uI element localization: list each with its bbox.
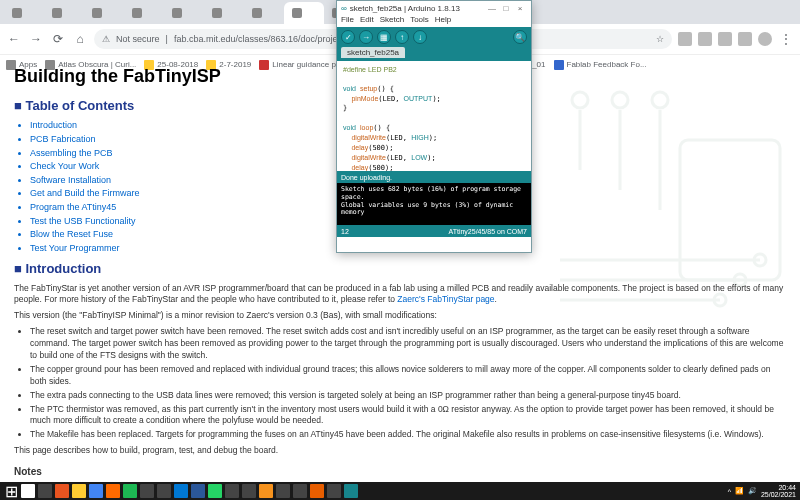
taskbar-app[interactable] <box>38 484 52 498</box>
arduino-icon: ∞ <box>341 4 347 13</box>
start-button[interactable]: ⊞ <box>4 484 18 498</box>
browser-tab[interactable] <box>244 2 284 24</box>
list-item: The Makefile has been replaced. Targets … <box>30 429 786 441</box>
list-item: The extra pads connecting to the USB dat… <box>30 390 786 402</box>
taskbar-app[interactable] <box>225 484 239 498</box>
taskbar-app[interactable] <box>21 484 35 498</box>
browser-tab-active[interactable] <box>284 2 324 24</box>
arduino-titlebar[interactable]: ∞ sketch_feb25a | Arduino 1.8.13 — □ × <box>337 1 531 15</box>
arduino-footer: 12 ATtiny25/45/85 on COM7 <box>337 225 531 237</box>
arduino-menubar: File Edit Sketch Tools Help <box>337 15 531 27</box>
new-button[interactable]: ▦ <box>377 30 391 44</box>
taskbar-app[interactable] <box>242 484 256 498</box>
menu-edit[interactable]: Edit <box>360 15 374 27</box>
open-button[interactable]: ↑ <box>395 30 409 44</box>
security-label: Not secure <box>116 34 160 44</box>
taskbar-app[interactable] <box>55 484 69 498</box>
board-info: ATtiny25/45/85 on COM7 <box>449 228 527 235</box>
taskbar-app[interactable] <box>72 484 86 498</box>
taskbar-app[interactable] <box>276 484 290 498</box>
tray-icon[interactable]: ^ <box>728 488 731 495</box>
menu-help[interactable]: Help <box>435 15 451 27</box>
changes-list: The reset switch and target power switch… <box>14 326 786 441</box>
list-item: The copper ground pour has been removed … <box>30 364 786 388</box>
taskbar-app[interactable] <box>106 484 120 498</box>
browser-tab[interactable] <box>204 2 244 24</box>
taskbar-app[interactable] <box>89 484 103 498</box>
taskbar-app[interactable] <box>259 484 273 498</box>
browser-tab[interactable] <box>84 2 124 24</box>
network-icon[interactable]: 📶 <box>735 487 744 495</box>
taskbar-app[interactable] <box>174 484 188 498</box>
reload-button[interactable]: ⟳ <box>50 31 66 47</box>
taskbar-app[interactable] <box>208 484 222 498</box>
arduino-window: ∞ sketch_feb25a | Arduino 1.8.13 — □ × F… <box>336 0 532 253</box>
taskbar-app[interactable] <box>293 484 307 498</box>
intro-heading: Introduction <box>14 260 786 278</box>
menu-button[interactable]: ⋮ <box>778 31 794 47</box>
extension-icon[interactable] <box>738 32 752 46</box>
browser-tab[interactable] <box>124 2 164 24</box>
taskbar-app[interactable] <box>310 484 324 498</box>
home-button[interactable]: ⌂ <box>72 31 88 47</box>
taskbar-app[interactable] <box>140 484 154 498</box>
zaerc-link[interactable]: Zaerc's FabTinyStar page <box>397 294 494 304</box>
forward-button[interactable]: → <box>28 31 44 47</box>
upload-button[interactable]: → <box>359 30 373 44</box>
line-number: 12 <box>341 228 349 235</box>
menu-sketch[interactable]: Sketch <box>380 15 404 27</box>
security-icon: ⚠ <box>102 34 110 44</box>
menu-tools[interactable]: Tools <box>410 15 429 27</box>
taskbar-app[interactable] <box>157 484 171 498</box>
browser-tab[interactable] <box>164 2 204 24</box>
windows-taskbar: ⊞ ^ 📶 🔊 20:44 25/02/2021 <box>0 482 800 500</box>
notes-heading: Notes <box>14 465 786 479</box>
menu-file[interactable]: File <box>341 15 354 27</box>
profile-avatar[interactable] <box>758 32 772 46</box>
serial-monitor-button[interactable]: 🔍 <box>513 30 527 44</box>
extension-icon[interactable] <box>678 32 692 46</box>
verify-button[interactable]: ✓ <box>341 30 355 44</box>
taskbar-app[interactable] <box>327 484 341 498</box>
arduino-tab[interactable]: sketch_feb25a <box>341 47 405 58</box>
close-button[interactable]: × <box>513 4 527 13</box>
arduino-console: Sketch uses 682 bytes (16%) of program s… <box>337 183 531 225</box>
taskbar-app[interactable] <box>123 484 137 498</box>
minimize-button[interactable]: — <box>485 4 499 13</box>
browser-tab[interactable] <box>4 2 44 24</box>
arduino-tab-bar: sketch_feb25a <box>337 47 531 61</box>
intro-paragraph: The FabTinyStar is yet another version o… <box>14 283 786 307</box>
maximize-button[interactable]: □ <box>499 4 513 13</box>
save-button[interactable]: ↓ <box>413 30 427 44</box>
system-tray: ^ 📶 🔊 20:44 25/02/2021 <box>728 484 796 498</box>
taskbar-app[interactable] <box>344 484 358 498</box>
browser-tab[interactable] <box>44 2 84 24</box>
arduino-code-editor[interactable]: #define LED PB2 void setup() { pinMode(L… <box>337 61 531 171</box>
arduino-status-bar: Done uploading. <box>337 171 531 183</box>
extension-icon[interactable] <box>698 32 712 46</box>
arduino-toolbar: ✓ → ▦ ↑ ↓ 🔍 <box>337 27 531 47</box>
description-paragraph: This page describes how to build, progra… <box>14 445 786 457</box>
taskbar-app[interactable] <box>191 484 205 498</box>
intro-paragraph-2: This version (the "FabTinyISP Minimal") … <box>14 310 786 322</box>
back-button[interactable]: ← <box>6 31 22 47</box>
volume-icon[interactable]: 🔊 <box>748 487 757 495</box>
list-item: The PTC thermistor was removed, as this … <box>30 404 786 428</box>
clock[interactable]: 20:44 25/02/2021 <box>761 484 796 498</box>
list-item: The reset switch and target power switch… <box>30 326 786 362</box>
extension-icon[interactable] <box>718 32 732 46</box>
arduino-title-text: sketch_feb25a | Arduino 1.8.13 <box>350 4 485 13</box>
